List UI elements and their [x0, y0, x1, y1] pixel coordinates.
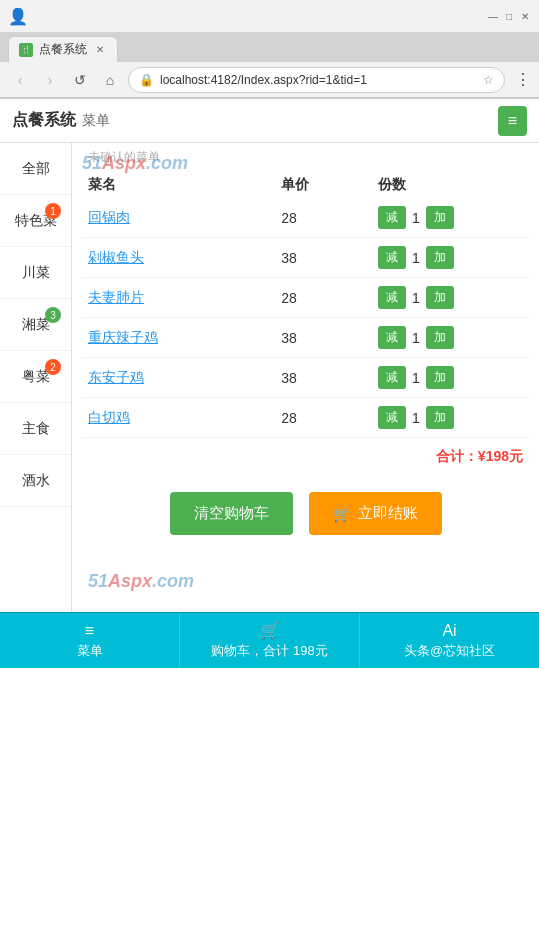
total-label: 合计：¥198元 — [436, 448, 523, 464]
app-header: 点餐系统 菜单 ≡ — [0, 99, 539, 143]
dish-name-1[interactable]: 回锅肉 — [88, 209, 281, 227]
minus-btn-1[interactable]: 减 — [378, 206, 406, 229]
tab-profile[interactable]: Ai 头条@芯知社区 — [360, 613, 539, 668]
app-title: 点餐系统 — [12, 110, 76, 131]
table-row: 白切鸡 28 减 1 加 — [82, 398, 529, 438]
address-bar[interactable]: 🔒 localhost:4182/Index.aspx?rid=1&tid=1 … — [128, 67, 505, 93]
clear-cart-button[interactable]: 清空购物车 — [170, 492, 293, 535]
table-row: 剁椒鱼头 38 减 1 加 — [82, 238, 529, 278]
hamburger-menu-button[interactable]: ≡ — [498, 106, 527, 136]
dish-name-3[interactable]: 夫妻肺片 — [88, 289, 281, 307]
browser-chrome: 👤 — □ ✕ 🍴 点餐系统 ✕ ‹ › ↺ ⌂ 🔒 localhost:418… — [0, 0, 539, 99]
sidebar-item-special[interactable]: 特色菜 1 — [0, 195, 71, 247]
table-row: 东安子鸡 38 减 1 加 — [82, 358, 529, 398]
table-row: 回锅肉 28 减 1 加 — [82, 198, 529, 238]
plus-btn-4[interactable]: 加 — [426, 326, 454, 349]
plus-btn-2[interactable]: 加 — [426, 246, 454, 269]
menu-table: 菜名 单价 份数 回锅肉 28 减 1 加 剁椒鱼头 38 减 — [72, 168, 539, 438]
cart-icon: 🛒 — [333, 505, 352, 523]
watermark-bottom: 51Aspx.com — [72, 551, 539, 612]
tab-menu-label: 菜单 — [77, 642, 103, 660]
tab-close-button[interactable]: ✕ — [93, 43, 107, 57]
sidebar-label-staple: 主食 — [22, 420, 50, 438]
dish-name-6[interactable]: 白切鸡 — [88, 409, 281, 427]
dish-qty-1: 减 1 加 — [378, 206, 523, 229]
dish-qty-3: 减 1 加 — [378, 286, 523, 309]
window-controls[interactable]: — □ ✕ — [487, 10, 531, 22]
title-bar: 👤 — □ ✕ — [0, 0, 539, 32]
header-qty: 份数 — [378, 176, 523, 194]
sidebar-item-sichuan[interactable]: 川菜 — [0, 247, 71, 299]
menu-icon: ≡ — [85, 622, 94, 640]
close-button[interactable]: ✕ — [519, 10, 531, 22]
bookmark-icon[interactable]: ☆ — [483, 73, 494, 87]
tab-cart-label: 购物车，合计 198元 — [211, 642, 327, 660]
section-label: 未确认的菜单 — [72, 143, 539, 168]
table-row: 夫妻肺片 28 减 1 加 — [82, 278, 529, 318]
tab-bar: 🍴 点餐系统 ✕ — [0, 32, 539, 62]
minus-btn-3[interactable]: 减 — [378, 286, 406, 309]
home-button[interactable]: ⌂ — [98, 68, 122, 92]
header-price: 单价 — [281, 176, 378, 194]
browser-menu-button[interactable]: ⋮ — [515, 70, 531, 89]
qty-num-5: 1 — [410, 370, 422, 386]
badge-special: 1 — [45, 203, 61, 219]
sidebar: 全部 特色菜 1 川菜 湘菜 3 粤菜 2 主食 酒水 — [0, 143, 72, 612]
sidebar-label-sichuan: 川菜 — [22, 264, 50, 282]
qty-num-6: 1 — [410, 410, 422, 426]
checkout-button[interactable]: 🛒 立即结账 — [309, 492, 442, 535]
minus-btn-2[interactable]: 减 — [378, 246, 406, 269]
action-buttons: 清空购物车 🛒 立即结账 — [72, 476, 539, 551]
plus-btn-5[interactable]: 加 — [426, 366, 454, 389]
sidebar-item-cantonese[interactable]: 粤菜 2 — [0, 351, 71, 403]
title-bar-left: 👤 — [8, 7, 487, 26]
dish-price-3: 28 — [281, 290, 378, 306]
sidebar-item-hunan[interactable]: 湘菜 3 — [0, 299, 71, 351]
sidebar-item-drinks[interactable]: 酒水 — [0, 455, 71, 507]
tab-menu[interactable]: ≡ 菜单 — [0, 613, 180, 668]
dish-qty-4: 减 1 加 — [378, 326, 523, 349]
minus-btn-5[interactable]: 减 — [378, 366, 406, 389]
checkout-label: 立即结账 — [358, 504, 418, 523]
dish-name-5[interactable]: 东安子鸡 — [88, 369, 281, 387]
dish-name-4[interactable]: 重庆辣子鸡 — [88, 329, 281, 347]
minus-btn-6[interactable]: 减 — [378, 406, 406, 429]
minus-btn-4[interactable]: 减 — [378, 326, 406, 349]
app-subtitle: 菜单 — [82, 112, 110, 130]
plus-btn-1[interactable]: 加 — [426, 206, 454, 229]
browser-tab[interactable]: 🍴 点餐系统 ✕ — [8, 36, 118, 62]
sidebar-label-all: 全部 — [22, 160, 50, 178]
back-button[interactable]: ‹ — [8, 68, 32, 92]
chrome-profile-icon: 👤 — [8, 7, 28, 26]
dish-price-2: 38 — [281, 250, 378, 266]
plus-btn-3[interactable]: 加 — [426, 286, 454, 309]
total-row: 合计：¥198元 — [72, 438, 539, 476]
ai-icon: Ai — [442, 622, 456, 640]
qty-num-1: 1 — [410, 210, 422, 226]
table-row: 重庆辣子鸡 38 减 1 加 — [82, 318, 529, 358]
plus-btn-6[interactable]: 加 — [426, 406, 454, 429]
maximize-button[interactable]: □ — [503, 10, 515, 22]
cart-icon: 🛒 — [260, 621, 280, 640]
badge-cantonese: 2 — [45, 359, 61, 375]
sidebar-item-staple[interactable]: 主食 — [0, 403, 71, 455]
minimize-button[interactable]: — — [487, 10, 499, 22]
tab-cart[interactable]: 🛒 购物车，合计 198元 — [180, 613, 360, 668]
forward-button[interactable]: › — [38, 68, 62, 92]
table-header: 菜名 单价 份数 — [82, 168, 529, 198]
main-layout: 全部 特色菜 1 川菜 湘菜 3 粤菜 2 主食 酒水 51Aspx.com 未… — [0, 143, 539, 612]
dish-price-6: 28 — [281, 410, 378, 426]
navigation-bar: ‹ › ↺ ⌂ 🔒 localhost:4182/Index.aspx?rid=… — [0, 62, 539, 98]
dish-price-4: 38 — [281, 330, 378, 346]
tab-favicon: 🍴 — [19, 43, 33, 57]
sidebar-item-all[interactable]: 全部 — [0, 143, 71, 195]
qty-num-4: 1 — [410, 330, 422, 346]
tab-profile-label: 头条@芯知社区 — [404, 642, 495, 660]
badge-hunan: 3 — [45, 307, 61, 323]
lock-icon: 🔒 — [139, 73, 154, 87]
dish-price-5: 38 — [281, 370, 378, 386]
qty-num-3: 1 — [410, 290, 422, 306]
dish-name-2[interactable]: 剁椒鱼头 — [88, 249, 281, 267]
dish-price-1: 28 — [281, 210, 378, 226]
reload-button[interactable]: ↺ — [68, 68, 92, 92]
